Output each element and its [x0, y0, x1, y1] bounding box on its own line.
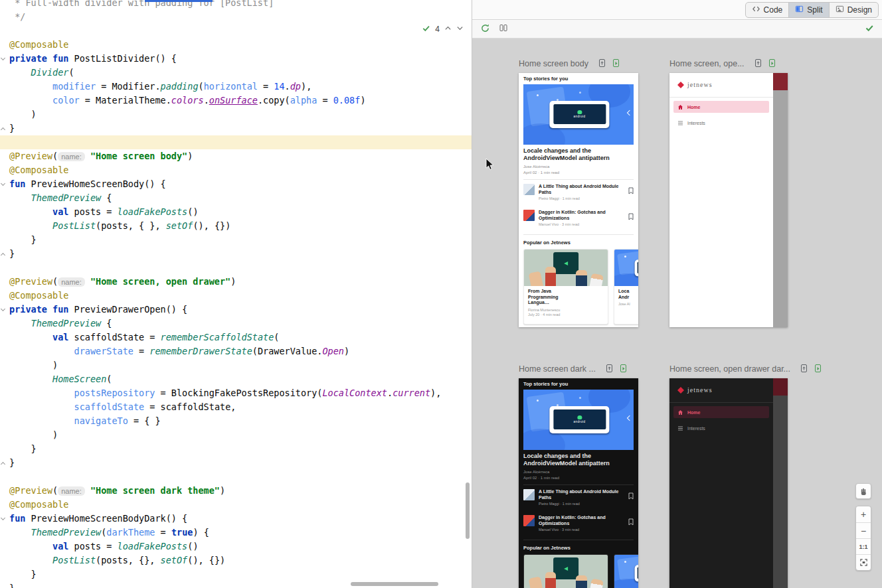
code-line[interactable]: color = MaterialTheme.colors.onSurface.c…	[0, 94, 472, 108]
fold-marker-icon[interactable]	[1, 56, 5, 60]
code-line[interactable]: }	[0, 442, 472, 456]
fold-marker-icon[interactable]	[1, 462, 5, 467]
build-refresh-icon[interactable]	[480, 23, 490, 36]
code-line[interactable]: PostList(posts, {}, setOf(), {})	[0, 553, 472, 567]
interactive-mode-icon[interactable]	[800, 364, 808, 375]
run-preview-icon[interactable]	[814, 364, 822, 375]
code-line[interactable]: }	[0, 247, 472, 261]
code-line[interactable]: val posts = loadFakePosts()	[0, 540, 472, 553]
tab-code[interactable]: Code	[746, 3, 789, 17]
zoom-out-button[interactable]: −	[856, 522, 871, 538]
code-line[interactable]: @Composable	[0, 38, 472, 52]
code-line[interactable]: Divider(	[0, 66, 472, 80]
zoom-actual-button[interactable]: 1:1	[856, 538, 871, 554]
interactive-mode-icon[interactable]	[598, 58, 606, 70]
code-line[interactable]: @Composable	[0, 498, 472, 512]
bookmark-icon[interactable]	[628, 211, 634, 226]
code-line[interactable]: private fun PreviewDrawerOpen() {	[0, 303, 472, 317]
fold-marker-icon[interactable]	[1, 253, 5, 257]
code-line[interactable]: @Preview(name: "Home screen dark theme")	[0, 484, 472, 498]
tab-split[interactable]: Split	[788, 3, 828, 17]
tab-design[interactable]: Design	[829, 3, 878, 17]
inspections-widget[interactable]: 4	[422, 24, 464, 35]
code-line[interactable]: @Preview(name: "Home screen body")	[0, 149, 472, 163]
fold-marker-icon[interactable]	[1, 127, 5, 132]
code-line[interactable]: )	[0, 108, 472, 121]
code-line[interactable]: postsRepository = BlockingFakePostsRepos…	[0, 386, 472, 400]
code-line[interactable]	[0, 470, 472, 484]
bookmark-icon[interactable]	[628, 516, 634, 532]
code-line[interactable]: }	[0, 456, 472, 470]
run-preview-icon[interactable]	[612, 58, 620, 70]
code-line[interactable]: HomeScreen(	[0, 372, 472, 386]
popular-card[interactable]: From Java Programming Langua… Florina Mu…	[523, 249, 608, 325]
code-line[interactable]: @Composable	[0, 163, 472, 177]
code-line[interactable]: drawerState = rememberDrawerState(Drawer…	[0, 344, 472, 358]
code-line[interactable]: @Composable	[0, 289, 472, 303]
code-line[interactable]: )	[0, 428, 472, 442]
code-line[interactable]: private fun PostListDivider() {	[0, 52, 472, 66]
bookmark-icon[interactable]	[628, 185, 634, 200]
code-line[interactable]: */	[0, 10, 472, 24]
fold-marker-icon[interactable]	[1, 516, 5, 520]
code-line[interactable]: navigateTo = { }	[0, 414, 472, 428]
bookmark-icon[interactable]	[628, 490, 634, 506]
code-line[interactable]: scaffoldState = scaffoldState,	[0, 400, 472, 414]
drawer-item-home[interactable]: Home	[673, 101, 769, 113]
pan-button[interactable]	[855, 483, 871, 499]
code-line[interactable]: )	[0, 358, 472, 372]
popular-carousel[interactable]: From Java Programming Langua… Florina Mu…	[523, 554, 638, 588]
next-issue-icon[interactable]	[456, 25, 464, 34]
preview-label: Home screen dark ...	[519, 364, 596, 374]
code-line[interactable]: * Full-width divider with padding for [P…	[0, 0, 472, 10]
popular-carousel[interactable]: From Java Programming Langua… Florina Mu…	[523, 249, 638, 325]
android-studio-window: * Full-width divider with padding for [P…	[0, 0, 882, 588]
preview-surface[interactable]: jetnews Home Interests	[669, 73, 788, 327]
run-preview-icon[interactable]	[768, 58, 776, 70]
code-line[interactable]	[0, 135, 472, 149]
preview-canvas[interactable]: Home screen body Top stories for you and…	[472, 38, 882, 588]
drawer-item-interests[interactable]: Interests	[673, 422, 769, 434]
post-list-item[interactable]: Dagger in Kotlin: Gotchas and Optimizati…	[523, 515, 634, 532]
popular-card[interactable]: android LocaAndr Jose Al	[614, 249, 638, 325]
code-line[interactable]: fun PreviewHomeScreenBodyDark() {	[0, 512, 472, 526]
run-preview-icon[interactable]	[619, 364, 628, 375]
code-line[interactable]: @Preview(name: "Home screen, open drawer…	[0, 275, 472, 289]
prev-issue-icon[interactable]	[444, 25, 452, 34]
preview-header: Home screen, open drawer dar...	[669, 364, 822, 374]
code-line[interactable]: modifier = Modifier.padding(horizontal =…	[0, 80, 472, 94]
code-line[interactable]	[0, 261, 472, 275]
code-line[interactable]: ThemedPreview {	[0, 317, 472, 331]
editor-gutter	[0, 205, 9, 219]
preview-surface[interactable]: Top stories for you android Locale chang…	[519, 73, 638, 327]
popular-card[interactable]: From Java Programming Langua… Florina Mu…	[523, 554, 608, 588]
fold-marker-icon[interactable]	[1, 181, 5, 186]
interactive-mode-icon[interactable]	[754, 58, 762, 70]
preview-surface[interactable]: Top stories for you android Locale chang…	[519, 378, 638, 588]
code-line[interactable]: val scaffoldState = rememberScaffoldStat…	[0, 331, 472, 344]
code-line[interactable]: }	[0, 233, 472, 247]
interactive-mode-icon[interactable]	[605, 364, 614, 375]
zoom-fit-button[interactable]	[856, 554, 871, 570]
editor-vertical-scrollbar[interactable]	[466, 482, 470, 539]
code-line[interactable]: fun PreviewHomeScreenBody() {	[0, 177, 472, 191]
code-line[interactable]: val posts = loadFakePosts()	[0, 205, 472, 219]
post-list-item[interactable]: A Little Thing about Android Module Path…	[523, 184, 634, 200]
code-line[interactable]: ThemedPreview {	[0, 191, 472, 205]
fold-marker-icon[interactable]	[1, 307, 5, 311]
code-editor[interactable]: * Full-width divider with padding for [P…	[0, 0, 472, 588]
drawer-item-home[interactable]: Home	[673, 406, 769, 418]
drawer-item-interests[interactable]: Interests	[673, 117, 769, 129]
code-line[interactable]: PostList(posts, { }, setOf(), {})	[0, 219, 472, 233]
post-list-item[interactable]: A Little Thing about Android Module Path…	[523, 489, 634, 506]
code-line[interactable]: }	[0, 121, 472, 135]
preview-surface[interactable]: jetnews Home Interests	[669, 378, 788, 588]
post-list-item[interactable]: Dagger in Kotlin: Gotchas and Optimizati…	[523, 210, 634, 226]
code-line[interactable]: }	[0, 567, 472, 581]
editor-horizontal-scrollbar[interactable]	[351, 582, 438, 586]
popular-card[interactable]: android LocaAndr Jose Al	[614, 554, 638, 588]
view-options-icon[interactable]	[499, 23, 508, 35]
code-line[interactable]	[0, 24, 472, 38]
code-line[interactable]: ThemedPreview(darkTheme = true) {	[0, 526, 472, 540]
zoom-in-button[interactable]: +	[856, 506, 871, 522]
